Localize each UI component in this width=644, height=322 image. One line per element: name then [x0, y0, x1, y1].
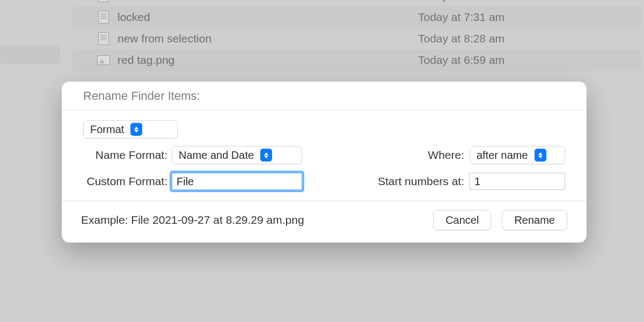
rename-dialog: Rename Finder Items: Format Name Format:…: [62, 82, 587, 243]
dialog-body: Format Name Format: Name and Date Where:…: [62, 111, 587, 201]
name-format-label: Name Format:: [83, 149, 172, 162]
example-text: Example: File 2021-09-27 at 8.29.29 am.p…: [81, 214, 304, 226]
dialog-header: Rename Finder Items:: [62, 82, 587, 111]
start-numbers-input[interactable]: [470, 173, 565, 190]
where-select[interactable]: after name: [470, 146, 565, 164]
dialog-title: Rename Finder Items:: [83, 89, 200, 103]
custom-format-label: Custom Format:: [83, 175, 172, 188]
name-format-value: Name and Date: [179, 149, 260, 162]
rename-button-label: Rename: [514, 214, 555, 226]
name-format-select[interactable]: Name and Date: [172, 146, 302, 164]
mode-select-value: Format: [90, 123, 130, 136]
dialog-footer: Example: File 2021-09-27 at 8.29.29 am.p…: [62, 201, 587, 239]
updown-icon: [130, 123, 142, 136]
custom-format-input[interactable]: [172, 173, 302, 190]
cancel-button-label: Cancel: [445, 214, 479, 226]
cancel-button[interactable]: Cancel: [433, 210, 491, 230]
updown-icon: [260, 149, 272, 162]
start-numbers-label: Start numbers at:: [378, 175, 470, 188]
rename-button[interactable]: Rename: [502, 210, 567, 230]
where-label: Where:: [428, 149, 470, 162]
mode-select[interactable]: Format: [83, 120, 178, 138]
updown-icon: [535, 149, 546, 162]
where-value: after name: [477, 149, 535, 162]
